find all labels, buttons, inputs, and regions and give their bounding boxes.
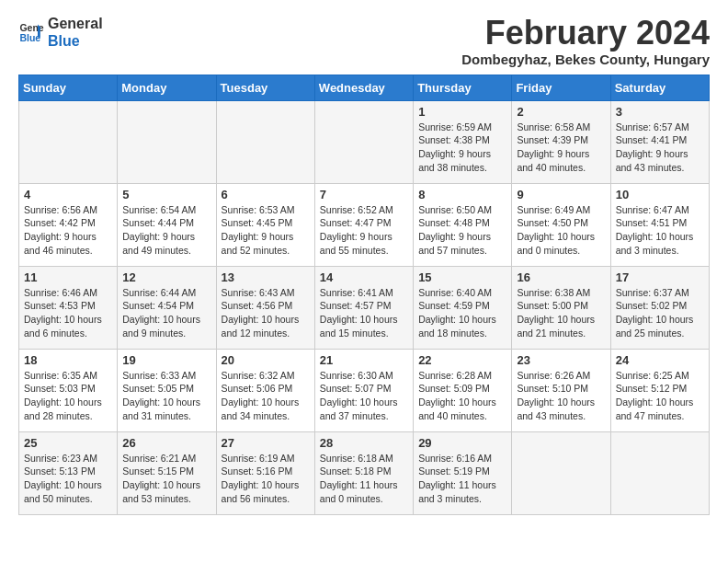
cell-info: Sunrise: 6:16 AMSunset: 5:19 PMDaylight:… bbox=[418, 452, 506, 506]
logo-general: General bbox=[48, 15, 103, 32]
calendar-cell: 9Sunrise: 6:49 AMSunset: 4:50 PMDaylight… bbox=[512, 183, 610, 266]
cell-info: Sunrise: 6:47 AMSunset: 4:51 PMDaylight:… bbox=[616, 203, 704, 258]
cell-day-number: 28 bbox=[320, 436, 408, 450]
calendar-cell: 13Sunrise: 6:43 AMSunset: 4:56 PMDayligh… bbox=[216, 266, 314, 349]
cell-day-number: 4 bbox=[24, 188, 112, 201]
calendar-cell: 4Sunrise: 6:56 AMSunset: 4:42 PMDaylight… bbox=[19, 183, 118, 266]
cell-info: Sunrise: 6:50 AMSunset: 4:48 PMDaylight:… bbox=[418, 203, 506, 258]
cell-day-number: 24 bbox=[616, 353, 704, 367]
calendar-cell: 14Sunrise: 6:41 AMSunset: 4:57 PMDayligh… bbox=[314, 266, 413, 349]
calendar-cell: 10Sunrise: 6:47 AMSunset: 4:51 PMDayligh… bbox=[610, 183, 709, 266]
calendar-cell: 8Sunrise: 6:50 AMSunset: 4:48 PMDaylight… bbox=[414, 183, 512, 266]
cell-info: Sunrise: 6:38 AMSunset: 5:00 PMDaylight:… bbox=[517, 286, 605, 340]
calendar-cell: 11Sunrise: 6:46 AMSunset: 4:53 PMDayligh… bbox=[19, 266, 118, 349]
calendar-cell: 29Sunrise: 6:16 AMSunset: 5:19 PMDayligh… bbox=[414, 431, 512, 514]
calendar-cell: 26Sunrise: 6:21 AMSunset: 5:15 PMDayligh… bbox=[118, 431, 216, 514]
cell-day-number: 27 bbox=[222, 436, 310, 450]
cell-day-number: 29 bbox=[418, 436, 506, 450]
main-title: February 2024 bbox=[461, 15, 710, 52]
cell-info: Sunrise: 6:44 AMSunset: 4:54 PMDaylight:… bbox=[122, 286, 210, 340]
col-header-monday: Monday bbox=[118, 75, 216, 100]
cell-info: Sunrise: 6:32 AMSunset: 5:06 PMDaylight:… bbox=[222, 369, 310, 423]
col-header-thursday: Thursday bbox=[414, 75, 512, 100]
cell-day-number: 16 bbox=[517, 270, 605, 284]
calendar-cell: 28Sunrise: 6:18 AMSunset: 5:18 PMDayligh… bbox=[314, 431, 413, 514]
col-header-friday: Friday bbox=[512, 75, 610, 100]
cell-day-number: 2 bbox=[517, 105, 605, 119]
calendar-cell: 25Sunrise: 6:23 AMSunset: 5:13 PMDayligh… bbox=[19, 431, 118, 514]
cell-info: Sunrise: 6:49 AMSunset: 4:50 PMDaylight:… bbox=[517, 203, 605, 258]
calendar-cell bbox=[610, 431, 709, 514]
calendar-cell: 27Sunrise: 6:19 AMSunset: 5:16 PMDayligh… bbox=[216, 431, 314, 514]
cell-day-number: 8 bbox=[418, 188, 506, 201]
cell-info: Sunrise: 6:58 AMSunset: 4:39 PMDaylight:… bbox=[517, 121, 605, 175]
calendar-cell: 19Sunrise: 6:33 AMSunset: 5:05 PMDayligh… bbox=[118, 349, 216, 431]
cell-day-number: 17 bbox=[616, 270, 704, 284]
cell-info: Sunrise: 6:35 AMSunset: 5:03 PMDaylight:… bbox=[24, 369, 112, 423]
title-block: February 2024 Dombegyhaz, Bekes County, … bbox=[461, 15, 710, 67]
cell-info: Sunrise: 6:33 AMSunset: 5:05 PMDaylight:… bbox=[122, 369, 210, 423]
calendar-cell: 23Sunrise: 6:26 AMSunset: 5:10 PMDayligh… bbox=[512, 349, 610, 431]
calendar-cell: 5Sunrise: 6:54 AMSunset: 4:44 PMDaylight… bbox=[118, 183, 216, 266]
subtitle: Dombegyhaz, Bekes County, Hungary bbox=[461, 52, 710, 67]
cell-info: Sunrise: 6:37 AMSunset: 5:02 PMDaylight:… bbox=[616, 286, 704, 340]
cell-info: Sunrise: 6:21 AMSunset: 5:15 PMDaylight:… bbox=[122, 452, 210, 506]
cell-day-number: 26 bbox=[122, 436, 210, 450]
cell-info: Sunrise: 6:23 AMSunset: 5:13 PMDaylight:… bbox=[24, 452, 112, 506]
cell-day-number: 22 bbox=[418, 353, 506, 367]
calendar-cell bbox=[314, 100, 413, 183]
calendar-cell bbox=[512, 431, 610, 514]
calendar-cell: 21Sunrise: 6:30 AMSunset: 5:07 PMDayligh… bbox=[314, 349, 413, 431]
page-header: General Blue General Blue February 2024 … bbox=[18, 15, 710, 67]
col-header-sunday: Sunday bbox=[19, 75, 118, 100]
cell-info: Sunrise: 6:53 AMSunset: 4:45 PMDaylight:… bbox=[222, 203, 310, 258]
cell-info: Sunrise: 6:19 AMSunset: 5:16 PMDaylight:… bbox=[222, 452, 310, 506]
cell-info: Sunrise: 6:52 AMSunset: 4:47 PMDaylight:… bbox=[320, 203, 408, 258]
logo: General Blue General Blue bbox=[18, 15, 103, 50]
calendar-table: SundayMondayTuesdayWednesdayThursdayFrid… bbox=[18, 75, 710, 515]
cell-info: Sunrise: 6:18 AMSunset: 5:18 PMDaylight:… bbox=[320, 452, 408, 506]
calendar-cell: 22Sunrise: 6:28 AMSunset: 5:09 PMDayligh… bbox=[414, 349, 512, 431]
cell-info: Sunrise: 6:41 AMSunset: 4:57 PMDaylight:… bbox=[320, 286, 408, 340]
cell-day-number: 14 bbox=[320, 270, 408, 284]
calendar-cell bbox=[19, 100, 118, 183]
cell-day-number: 7 bbox=[320, 188, 408, 201]
cell-info: Sunrise: 6:28 AMSunset: 5:09 PMDaylight:… bbox=[418, 369, 506, 423]
col-header-wednesday: Wednesday bbox=[314, 75, 413, 100]
calendar-cell: 24Sunrise: 6:25 AMSunset: 5:12 PMDayligh… bbox=[610, 349, 709, 431]
cell-info: Sunrise: 6:26 AMSunset: 5:10 PMDaylight:… bbox=[517, 369, 605, 423]
calendar-cell: 3Sunrise: 6:57 AMSunset: 4:41 PMDaylight… bbox=[610, 100, 709, 183]
cell-day-number: 21 bbox=[320, 353, 408, 367]
calendar-cell: 7Sunrise: 6:52 AMSunset: 4:47 PMDaylight… bbox=[314, 183, 413, 266]
calendar-cell: 1Sunrise: 6:59 AMSunset: 4:38 PMDaylight… bbox=[414, 100, 512, 183]
cell-info: Sunrise: 6:57 AMSunset: 4:41 PMDaylight:… bbox=[616, 121, 704, 175]
cell-day-number: 25 bbox=[24, 436, 112, 450]
cell-info: Sunrise: 6:46 AMSunset: 4:53 PMDaylight:… bbox=[24, 286, 112, 340]
calendar-cell: 12Sunrise: 6:44 AMSunset: 4:54 PMDayligh… bbox=[118, 266, 216, 349]
logo-icon: General Blue bbox=[18, 19, 44, 45]
cell-day-number: 20 bbox=[222, 353, 310, 367]
cell-info: Sunrise: 6:40 AMSunset: 4:59 PMDaylight:… bbox=[418, 286, 506, 340]
cell-day-number: 1 bbox=[418, 105, 506, 119]
calendar-cell: 2Sunrise: 6:58 AMSunset: 4:39 PMDaylight… bbox=[512, 100, 610, 183]
cell-info: Sunrise: 6:54 AMSunset: 4:44 PMDaylight:… bbox=[122, 203, 210, 258]
cell-info: Sunrise: 6:59 AMSunset: 4:38 PMDaylight:… bbox=[418, 121, 506, 175]
calendar-cell bbox=[118, 100, 216, 183]
svg-text:General: General bbox=[19, 22, 44, 33]
col-header-saturday: Saturday bbox=[610, 75, 709, 100]
cell-day-number: 11 bbox=[24, 270, 112, 284]
cell-day-number: 9 bbox=[517, 188, 605, 201]
calendar-cell: 15Sunrise: 6:40 AMSunset: 4:59 PMDayligh… bbox=[414, 266, 512, 349]
cell-day-number: 3 bbox=[616, 105, 704, 119]
col-header-tuesday: Tuesday bbox=[216, 75, 314, 100]
cell-day-number: 12 bbox=[122, 270, 210, 284]
cell-day-number: 5 bbox=[122, 188, 210, 201]
cell-day-number: 23 bbox=[517, 353, 605, 367]
logo-blue: Blue bbox=[48, 32, 103, 50]
calendar-cell bbox=[216, 100, 314, 183]
cell-info: Sunrise: 6:25 AMSunset: 5:12 PMDaylight:… bbox=[616, 369, 704, 423]
cell-info: Sunrise: 6:56 AMSunset: 4:42 PMDaylight:… bbox=[24, 203, 112, 258]
cell-info: Sunrise: 6:30 AMSunset: 5:07 PMDaylight:… bbox=[320, 369, 408, 423]
cell-day-number: 18 bbox=[24, 353, 112, 367]
svg-text:Blue: Blue bbox=[19, 32, 40, 43]
